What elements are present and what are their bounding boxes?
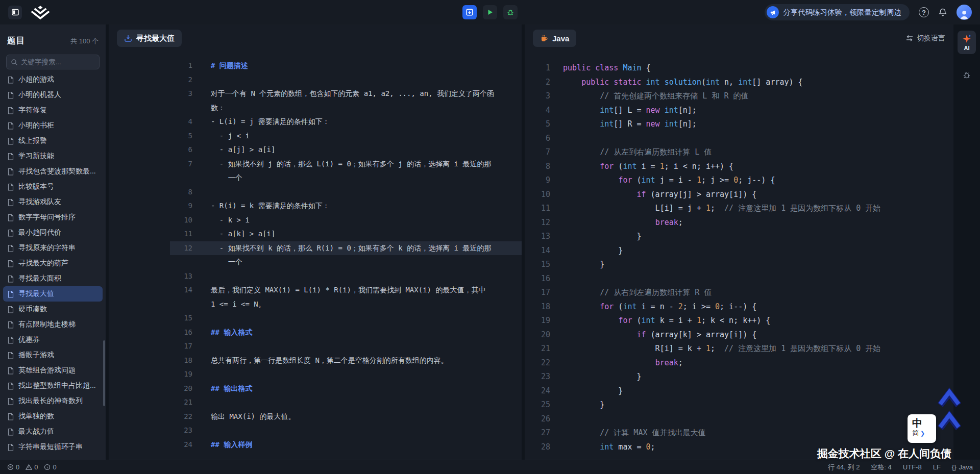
code-line[interactable]: 27 // 计算 MAX 值并找出最大值: [525, 426, 953, 440]
code-line[interactable]: 12 break;: [525, 216, 953, 230]
code-line[interactable]: 17 // 从右到左遍历数组计算 R 值: [525, 286, 953, 300]
problem-line[interactable]: 3对于一个有 N 个元素的数组，包含如下的元素 a1, a2, ..., an,…: [109, 87, 522, 101]
sidebar-item[interactable]: 寻找游戏队友: [3, 194, 103, 210]
code-line[interactable]: 19 for (int k = i + 1; k < n; k++) {: [525, 314, 953, 328]
sidebar-item[interactable]: 最小趋同代价: [3, 225, 103, 240]
sidebar-item[interactable]: 找单独的数: [3, 409, 103, 424]
run-button[interactable]: [483, 5, 497, 19]
language-mode[interactable]: {} Java: [952, 463, 973, 471]
sidebar-item[interactable]: 数字字母问号排序: [3, 210, 103, 225]
code-line[interactable]: 4 int[] L = new int[n];: [525, 104, 953, 118]
code-line[interactable]: 22 break;: [525, 356, 953, 370]
code-line[interactable]: 21 R[i] = k + 1; // 注意这里加 1 是因为数组下标从 0 开…: [525, 342, 953, 356]
problem-line[interactable]: 21: [109, 395, 522, 410]
code-line[interactable]: 16: [525, 272, 953, 286]
problem-line[interactable]: 20## 输出格式: [109, 382, 522, 396]
scroll-top-chevron-icon-2[interactable]: [935, 408, 964, 433]
avatar[interactable]: [957, 5, 972, 20]
extension-button[interactable]: [961, 69, 972, 81]
problem-line[interactable]: 一个: [109, 255, 522, 269]
code-line[interactable]: 2 public static int solution(int n, int[…: [525, 76, 953, 90]
problem-line[interactable]: 16## 输入格式: [109, 326, 522, 340]
juejin-logo[interactable]: [30, 5, 51, 20]
notifications-button[interactable]: [938, 8, 947, 17]
sidebar-item[interactable]: 英雄组合游戏问题: [3, 363, 103, 378]
problem-line[interactable]: 13: [109, 269, 522, 284]
search-input[interactable]: [21, 58, 95, 66]
code-line[interactable]: 23 }: [525, 370, 953, 384]
problem-line[interactable]: 10 - k > i: [109, 213, 522, 228]
ai-assistant-button[interactable]: AI: [958, 31, 976, 54]
problem-line[interactable]: 2: [109, 73, 522, 87]
sidebar-item[interactable]: 寻找包含斐波那契数最...: [3, 164, 103, 179]
search-box[interactable]: [6, 55, 100, 69]
sidebar-item[interactable]: 小超的游戏: [3, 72, 103, 87]
app-logo-button[interactable]: [8, 6, 22, 19]
code-line[interactable]: 18 for (int i = n - 2; i >= 0; i--) {: [525, 300, 953, 314]
code-line[interactable]: 7 // 从左到右遍历数组计算 L 值: [525, 145, 953, 160]
sidebar-item[interactable]: 小明的机器人: [3, 87, 103, 103]
code-line[interactable]: 24 }: [525, 384, 953, 398]
status-infos[interactable]: 0: [44, 463, 56, 471]
problem-line[interactable]: 12 - 如果找不到 k 的话，那么 R(i) = 0；如果有多个 k 的话，选…: [109, 241, 522, 256]
code-line[interactable]: 13 }: [525, 230, 953, 244]
sidebar-item[interactable]: 有点限制地走楼梯: [3, 317, 103, 332]
eol-setting[interactable]: LF: [933, 463, 941, 471]
sidebar-item[interactable]: 小明的书柜: [3, 118, 103, 133]
code-line[interactable]: 6: [525, 132, 953, 146]
sidebar-item[interactable]: 比较版本号: [3, 179, 103, 194]
problem-line[interactable]: 一个: [109, 171, 522, 185]
problem-editor[interactable]: 1# 问题描述23对于一个有 N 个元素的数组，包含如下的元素 a1, a2, …: [109, 52, 522, 460]
submit-button[interactable]: [462, 5, 477, 19]
sidebar-item[interactable]: 学习新技能: [3, 148, 103, 164]
sidebar-item[interactable]: 硬币凑数: [3, 302, 103, 317]
problem-line[interactable]: 4- L(i) = j 需要满足的条件如下：: [109, 115, 522, 129]
problem-line[interactable]: 14最后，我们定义 MAX(i) = L(i) * R(i)，我们需要找到 MA…: [109, 283, 522, 297]
problem-tab[interactable]: 寻找最大值: [117, 30, 182, 47]
problem-line[interactable]: 5 - j < i: [109, 129, 522, 143]
problem-line[interactable]: 17: [109, 339, 522, 354]
help-button[interactable]: ?: [919, 7, 929, 17]
sidebar-item[interactable]: 找出整型数组中占比超...: [3, 378, 103, 393]
problem-line[interactable]: 24## 输入样例: [109, 438, 522, 452]
problem-line[interactable]: 数：: [109, 101, 522, 115]
code-line[interactable]: 9 for (int j = i - 1; j >= 0; j--) {: [525, 173, 953, 188]
sidebar-item[interactable]: 摇骰子游戏: [3, 347, 103, 363]
indent-setting[interactable]: 空格: 4: [871, 463, 891, 472]
status-warnings[interactable]: 0: [26, 463, 38, 471]
sidebar-item[interactable]: 寻找最大面积: [3, 271, 103, 286]
code-line[interactable]: 8 for (int i = 1; i < n; i++) {: [525, 160, 953, 174]
problem-line[interactable]: 8: [109, 185, 522, 199]
code-line[interactable]: 14 }: [525, 244, 953, 258]
share-banner[interactable]: 分享代码练习体验，领限量定制周边: [765, 4, 910, 20]
problem-line[interactable]: 23: [109, 423, 522, 438]
problem-line[interactable]: 7 - 如果找不到 j 的话，那么 L(i) = 0；如果有多个 j 的话，选择…: [109, 157, 522, 171]
problem-line[interactable]: 9- R(i) = k 需要满足的条件如下：: [109, 199, 522, 213]
status-errors[interactable]: 0: [7, 463, 19, 471]
problem-line[interactable]: 6 - a[j] > a[i]: [109, 143, 522, 157]
problem-line[interactable]: 15: [109, 311, 522, 326]
code-line[interactable]: 15 }: [525, 258, 953, 272]
scroll-top-chevron-icon[interactable]: [935, 385, 964, 410]
code-line[interactable]: 3 // 首先创建两个数组来存储 L 和 R 的值: [525, 89, 953, 104]
code-line[interactable]: 26: [525, 412, 953, 427]
problem-line[interactable]: 1# 问题描述: [109, 59, 522, 73]
sidebar-item[interactable]: 寻找原来的字符串: [3, 240, 103, 256]
language-tab[interactable]: Java: [533, 30, 576, 47]
switch-language-button[interactable]: 切换语言: [905, 34, 945, 43]
code-line[interactable]: 5 int[] R = new int[n];: [525, 117, 953, 132]
debug-button[interactable]: [503, 5, 518, 19]
sidebar-item[interactable]: 最大战力值: [3, 424, 103, 439]
code-line[interactable]: 10 if (array[j] > array[i]) {: [525, 188, 953, 202]
sidebar-item[interactable]: 优惠券: [3, 332, 103, 347]
sidebar-item[interactable]: 找出最长的神奇数列: [3, 393, 103, 409]
sidebar-item[interactable]: 寻找最大的葫芦: [3, 256, 103, 271]
code-line[interactable]: 20 if (array[k] > array[i]) {: [525, 328, 953, 342]
sidebar-item[interactable]: 字符修复: [3, 103, 103, 118]
code-line[interactable]: 11 L[i] = j + 1; // 注意这里加 1 是因为数组下标从 0 开…: [525, 202, 953, 216]
code-line[interactable]: 25 }: [525, 398, 953, 412]
problem-line[interactable]: 19: [109, 367, 522, 382]
translate-button[interactable]: 中 简 ❯: [908, 414, 936, 443]
sidebar-scrollbar[interactable]: [103, 340, 105, 406]
cursor-position[interactable]: 行 44, 列 2: [828, 463, 860, 472]
